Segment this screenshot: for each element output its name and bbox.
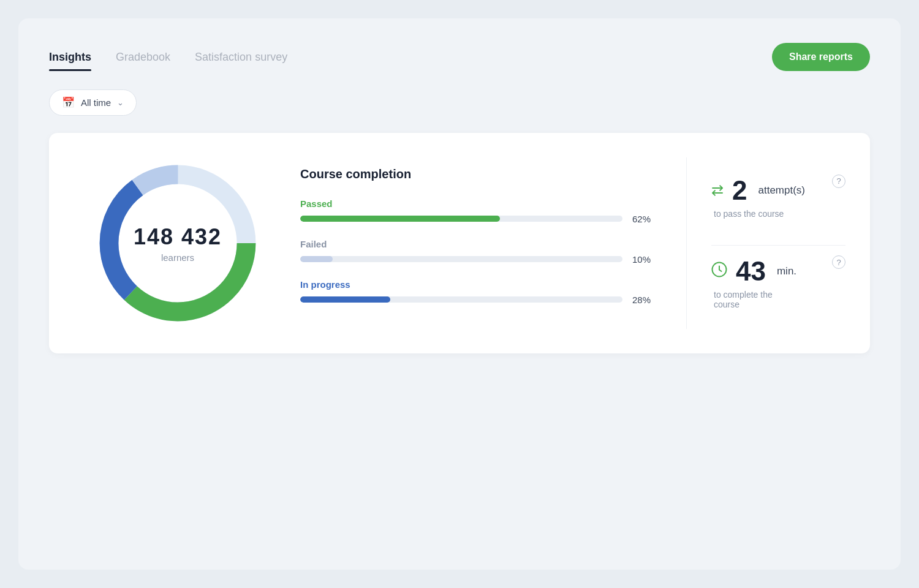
- stat-row-in-progress: In progress 28%: [300, 279, 656, 305]
- stat-label-passed: Passed: [300, 198, 656, 209]
- tab-gradebook[interactable]: Gradebook: [116, 51, 170, 71]
- stat-block-attempts: ? ⇄ 2 attempt(s) to pass the course: [711, 165, 845, 231]
- bar-fill-passed: [300, 216, 500, 222]
- bar-row-passed: 62%: [300, 214, 656, 224]
- main-card: 148 432 learners Course completion Passe…: [49, 133, 870, 353]
- bar-row-in-progress: 28%: [300, 295, 656, 305]
- tab-insights[interactable]: Insights: [49, 51, 91, 71]
- time-description: to complete the course: [711, 290, 845, 309]
- chevron-down-icon: ⌄: [117, 98, 124, 107]
- date-filter-dropdown[interactable]: 📅 All time ⌄: [49, 89, 137, 116]
- stat-row-failed: Failed 10%: [300, 239, 656, 265]
- completion-title: Course completion: [300, 167, 656, 181]
- attempts-unit: attempt(s): [758, 184, 805, 197]
- stat-row-passed: Passed 62%: [300, 198, 656, 224]
- help-icon-attempts[interactable]: ?: [832, 175, 845, 188]
- stat-block-time: ? 43 min. to complete the course: [711, 245, 845, 322]
- bar-pct-failed: 10%: [632, 254, 656, 265]
- bar-pct-in-progress: 28%: [632, 295, 656, 305]
- filter-row: 📅 All time ⌄: [49, 89, 870, 116]
- donut-chart-area: 148 432 learners: [74, 157, 282, 329]
- stat-label-failed: Failed: [300, 239, 656, 249]
- date-filter-label: All time: [81, 97, 111, 108]
- tab-satisfaction-survey[interactable]: Satisfaction survey: [195, 51, 287, 71]
- attempts-number: 2: [732, 177, 747, 204]
- clock-icon: [711, 262, 727, 282]
- tabs-nav: Insights Gradebook Satisfaction survey: [49, 51, 287, 71]
- bar-track-in-progress: [300, 296, 622, 303]
- app-container: Insights Gradebook Satisfaction survey S…: [18, 18, 901, 570]
- completion-section: Course completion Passed 62% Failed: [282, 161, 686, 326]
- donut-label: learners: [134, 252, 222, 263]
- stat-block-row-attempts: ⇄ 2 attempt(s): [711, 177, 845, 204]
- attempts-description: to pass the course: [711, 209, 845, 219]
- bar-row-failed: 10%: [300, 254, 656, 265]
- bar-fill-in-progress: [300, 296, 390, 303]
- donut-number: 148 432: [134, 224, 222, 250]
- tabs-header: Insights Gradebook Satisfaction survey S…: [49, 43, 870, 71]
- time-number: 43: [736, 258, 766, 285]
- calendar-icon: 📅: [62, 96, 75, 109]
- right-stats-panel: ? ⇄ 2 attempt(s) to pass the course ?: [686, 157, 845, 329]
- bar-pct-passed: 62%: [632, 214, 656, 224]
- bar-fill-failed: [300, 256, 333, 262]
- bar-track-failed: [300, 256, 622, 262]
- transfer-icon: ⇄: [711, 182, 724, 199]
- stat-block-row-time: 43 min.: [711, 258, 845, 285]
- donut-center: 148 432 learners: [134, 224, 222, 263]
- stat-label-in-progress: In progress: [300, 279, 656, 290]
- bar-track-passed: [300, 216, 622, 222]
- time-unit: min.: [777, 265, 796, 277]
- share-reports-button[interactable]: Share reports: [772, 43, 870, 71]
